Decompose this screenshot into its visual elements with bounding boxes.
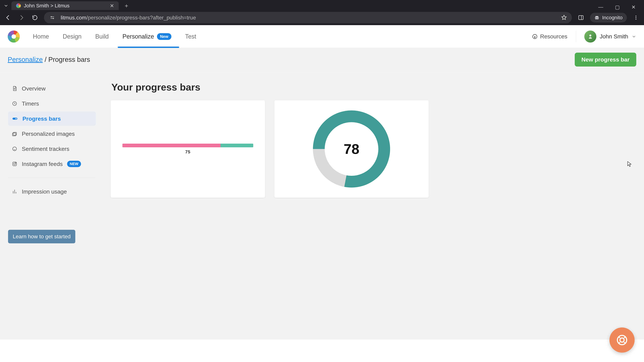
radial-progress-value: 78 <box>344 141 359 157</box>
url-path: /personalize/progress-bars?after_publish… <box>86 14 196 21</box>
browser-tab[interactable]: John Smith > Litmus ✕ <box>12 1 119 10</box>
new-badge: NEW <box>67 161 81 167</box>
nav-test-label: Test <box>185 33 196 40</box>
svg-point-16 <box>14 163 16 165</box>
vertical-divider <box>576 31 576 42</box>
sidebar-item-instagram[interactable]: Instagram feeds NEW <box>8 157 96 171</box>
new-progress-bar-button[interactable]: New progress bar <box>575 53 636 66</box>
window-minimize-icon[interactable]: ― <box>598 4 603 10</box>
nav-personalize[interactable]: Personalize New <box>122 25 172 48</box>
nav-design[interactable]: Design <box>62 25 82 48</box>
nav-forward-button[interactable] <box>17 13 26 22</box>
linear-bar-wrap: 75 <box>122 144 253 155</box>
svg-point-7 <box>636 19 636 19</box>
svg-point-19 <box>620 338 624 342</box>
svg-point-0 <box>51 16 52 17</box>
main: Overview Timers Progress bars Personaliz… <box>0 71 644 340</box>
lifebuoy-icon <box>616 334 628 346</box>
browser-menu-icon[interactable] <box>632 13 640 22</box>
window-controls: ― ▢ ✕ <box>598 4 642 10</box>
svg-point-4 <box>597 18 598 19</box>
breadcrumb: Personalize / Progress bars <box>8 56 90 63</box>
site-settings-icon[interactable] <box>49 14 56 21</box>
breadcrumb-root[interactable]: Personalize <box>8 56 43 63</box>
tab-favicon <box>16 3 21 8</box>
info-icon <box>532 34 538 39</box>
nav-test[interactable]: Test <box>184 25 197 48</box>
progress-bar-card-radial[interactable]: 78 <box>274 100 429 198</box>
clock-icon <box>12 101 18 106</box>
sidebar-item-overview[interactable]: Overview <box>8 81 96 95</box>
bar-chart-icon <box>12 189 18 194</box>
subheader: Personalize / Progress bars New progress… <box>0 48 644 71</box>
user-menu[interactable]: John Smith <box>584 30 636 42</box>
breadcrumb-leaf: Progress bars <box>48 56 90 63</box>
svg-rect-2 <box>579 15 583 19</box>
nav-personalize-badge: New <box>157 33 171 40</box>
nav-home-label: Home <box>33 33 49 40</box>
nav-reload-button[interactable] <box>30 13 39 22</box>
sidebar-item-label: Impression usage <box>22 188 67 195</box>
sidebar-item-timers[interactable]: Timers <box>8 96 96 111</box>
sidebar-item-personalized-images[interactable]: Personalized images <box>8 127 96 141</box>
window-close-icon[interactable]: ✕ <box>632 4 636 10</box>
app-logo[interactable] <box>8 30 20 42</box>
linear-progress-bar <box>122 144 253 147</box>
smile-icon <box>12 146 18 152</box>
svg-point-14 <box>13 147 16 151</box>
svg-point-6 <box>636 17 636 18</box>
window-maximize-icon[interactable]: ▢ <box>615 4 620 10</box>
url-host: litmus.com <box>61 14 86 21</box>
mouse-cursor <box>627 161 632 168</box>
chevron-down-icon <box>632 34 636 39</box>
app-root: Home Design Build Personalize New Test R… <box>0 25 644 340</box>
incognito-label: Incognito <box>602 15 622 20</box>
address-pill[interactable]: litmus.com/personalize/progress-bars?aft… <box>44 12 572 23</box>
sidebar-item-label: Timers <box>22 100 39 107</box>
svg-point-17 <box>16 163 16 163</box>
panel-toggle-icon[interactable] <box>576 13 585 22</box>
svg-point-3 <box>595 18 597 19</box>
tabs-dropdown-button[interactable] <box>2 1 10 10</box>
user-name: John Smith <box>600 33 628 40</box>
nav-back-button[interactable] <box>4 13 12 22</box>
bookmark-icon[interactable] <box>561 14 567 21</box>
sidebar-item-sentiment[interactable]: Sentiment trackers <box>8 142 96 156</box>
sidebar-item-label: Sentiment trackers <box>22 146 69 152</box>
new-tab-button[interactable]: ＋ <box>122 1 131 10</box>
breadcrumb-sep: / <box>43 56 48 63</box>
sidebar-item-progress-bars[interactable]: Progress bars <box>8 112 96 126</box>
help-fab[interactable] <box>610 328 634 353</box>
sidebar-item-impression-usage[interactable]: Impression usage <box>8 185 96 199</box>
tab-title: John Smith > Litmus <box>24 3 70 8</box>
document-icon <box>12 86 18 91</box>
nav-design-label: Design <box>63 33 82 40</box>
sidebar-item-label: Personalized images <box>22 131 75 137</box>
image-stack-icon <box>12 131 18 137</box>
instagram-icon <box>12 161 18 167</box>
sidebar: Overview Timers Progress bars Personaliz… <box>0 77 104 340</box>
sidebar-divider <box>8 178 96 178</box>
svg-point-5 <box>636 15 636 16</box>
nav-build[interactable]: Build <box>94 25 110 48</box>
card-grid: 75 78 <box>111 100 630 198</box>
tab-strip: John Smith > Litmus ✕ ＋ ― ▢ ✕ <box>0 0 644 10</box>
browser-chrome: John Smith > Litmus ✕ ＋ ― ▢ ✕ litmus.com… <box>0 0 644 25</box>
content: Your progress bars 75 78 <box>104 77 644 340</box>
progress-bar-card-linear[interactable]: 75 <box>111 100 265 198</box>
avatar <box>584 30 596 42</box>
sidebar-item-label: Instagram feeds <box>22 161 63 167</box>
address-url: litmus.com/personalize/progress-bars?aft… <box>61 14 196 21</box>
tab-close-icon[interactable]: ✕ <box>110 3 114 9</box>
resources-link[interactable]: Resources <box>532 33 567 40</box>
address-bar: litmus.com/personalize/progress-bars?aft… <box>0 10 644 25</box>
topbar: Home Design Build Personalize New Test R… <box>0 25 644 48</box>
sidebar-item-label: Progress bars <box>22 115 61 122</box>
learn-button[interactable]: Learn how to get started <box>8 230 75 243</box>
nav-home[interactable]: Home <box>32 25 50 48</box>
svg-point-1 <box>53 18 54 19</box>
svg-rect-11 <box>13 118 16 119</box>
incognito-chip[interactable]: Incognito <box>590 13 627 22</box>
nav-personalize-label: Personalize <box>122 33 154 40</box>
sidebar-item-label: Overview <box>22 85 46 92</box>
